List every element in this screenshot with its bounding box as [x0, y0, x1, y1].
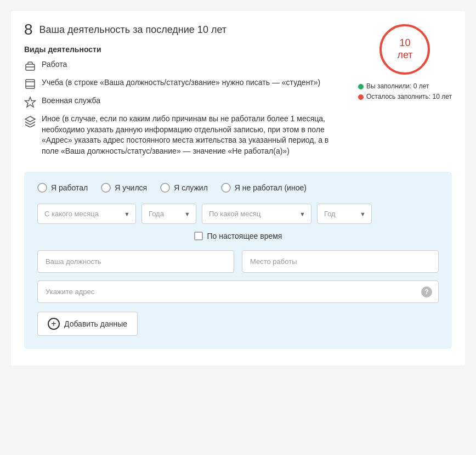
legend-remaining: Осталось заполнить: 10 лет [358, 92, 452, 102]
section-left: 8 Ваша деятельность за последние 10 лет … [24, 22, 347, 162]
question-icon[interactable]: ? [421, 287, 432, 297]
section-number: 8 [24, 22, 33, 37]
position-workplace-row [37, 250, 439, 273]
radio-label-not-worked: Я не работал (иное) [235, 183, 307, 192]
to-month-select[interactable]: По какой месяц [202, 204, 311, 223]
activities-label: Виды деятельности [24, 45, 347, 54]
svg-marker-5 [25, 116, 35, 122]
svg-marker-4 [25, 97, 36, 107]
radio-circle-worked [37, 183, 47, 193]
from-month-select-wrapper[interactable]: С какого месяца ▼ [37, 204, 136, 224]
activity-study: Учеба (в строке «Ваша должность/статус/з… [24, 77, 347, 90]
date-row: С какого месяца ▼ Года ▼ По какой месяц … [37, 204, 439, 224]
book-icon [24, 78, 36, 90]
position-input[interactable] [37, 250, 234, 273]
workplace-input[interactable] [242, 250, 439, 273]
from-month-select[interactable]: С какого месяца [38, 204, 135, 223]
to-year-select-wrapper[interactable]: Год ▼ [317, 204, 372, 224]
section-number-title: 8 Ваша деятельность за последние 10 лет [24, 22, 347, 37]
radio-served[interactable]: Я служил [160, 183, 208, 193]
radio-label-served: Я служил [174, 183, 208, 192]
legend-filled: Вы заполнили: 0 лет [358, 81, 452, 92]
progress-legend: Вы заполнили: 0 лет Осталось заполнить: … [358, 81, 452, 102]
radio-not-worked[interactable]: Я не работал (иное) [221, 183, 307, 193]
section-title: Ваша деятельность за последние 10 лет [39, 24, 226, 36]
circle-wrapper: 10 лет [377, 22, 432, 77]
section-header: 8 Ваша деятельность за последние 10 лет … [24, 22, 452, 162]
radio-row: Я работал Я учился Я служил Я не работал… [37, 183, 439, 193]
from-year-select-wrapper[interactable]: Года ▼ [141, 204, 196, 224]
filled-label: Вы заполнили: 0 лет [366, 81, 429, 92]
address-row: ? [37, 280, 439, 303]
radio-studied[interactable]: Я учился [101, 183, 147, 193]
radio-circle-served [160, 183, 170, 193]
activity-other-text: Иное (в случае, если по каким либо причи… [42, 114, 347, 156]
radio-worked[interactable]: Я работал [37, 183, 88, 193]
activity-work-text: Работа [42, 59, 67, 70]
present-checkbox[interactable] [194, 232, 203, 240]
activity-other: Иное (в случае, если по каким либо причи… [24, 114, 347, 156]
star-icon [24, 96, 36, 108]
add-button-label: Добавить данные [64, 319, 127, 328]
briefcase-icon [24, 60, 36, 72]
checkbox-row: По настоящее время [37, 232, 439, 240]
activity-study-text: Учеба (в строке «Ваша должность/статус/з… [42, 77, 320, 88]
address-input[interactable] [37, 280, 439, 303]
add-data-button[interactable]: + Добавить данные [37, 312, 138, 336]
filled-dot [358, 84, 364, 89]
remaining-dot [358, 94, 364, 100]
circle-text: 10 лет [391, 37, 418, 61]
radio-circle-studied [101, 183, 111, 193]
radio-circle-not-worked [221, 183, 231, 193]
plus-icon: + [48, 318, 60, 330]
form-area: Я работал Я учился Я служил Я не работал… [24, 172, 452, 349]
activity-military-text: Военная служба [42, 96, 100, 106]
to-year-select[interactable]: Год [318, 204, 371, 223]
activity-work: Работа [24, 59, 347, 72]
page-container: 8 Ваша деятельность за последние 10 лет … [11, 11, 465, 366]
radio-label-worked: Я работал [51, 183, 88, 192]
radio-label-studied: Я учился [115, 183, 147, 192]
remaining-label: Осталось заполнить: 10 лет [366, 92, 452, 102]
activity-military: Военная служба [24, 96, 347, 108]
to-month-select-wrapper[interactable]: По какой месяц ▼ [202, 204, 311, 224]
from-year-select[interactable]: Года [142, 204, 196, 223]
circle-progress-container: 10 лет Вы заполнили: 0 лет Осталось запо… [358, 22, 452, 102]
present-label: По настоящее время [207, 232, 282, 240]
layers-icon [24, 115, 36, 127]
